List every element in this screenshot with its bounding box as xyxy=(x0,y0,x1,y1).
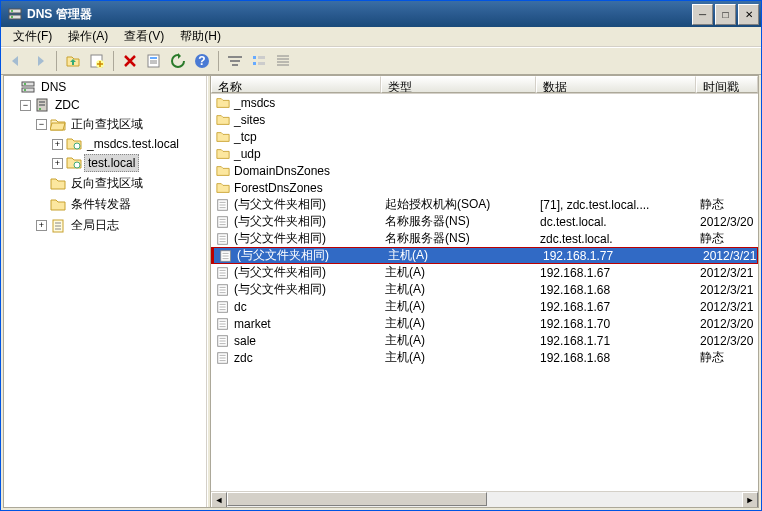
record-icon xyxy=(215,215,231,229)
tree-pane[interactable]: DNS − ZDC − 正向查找区域 + _msdcs.test.local +… xyxy=(4,76,207,507)
record-icon xyxy=(215,317,231,331)
tree-fwd-zones[interactable]: − 正向查找区域 xyxy=(4,114,206,135)
cell-type: 主机(A) xyxy=(385,315,425,332)
menubar: 文件(F) 操作(A) 查看(V) 帮助(H) xyxy=(1,27,761,47)
delete-button[interactable] xyxy=(119,50,141,72)
cell-type: 主机(A) xyxy=(385,349,425,366)
refresh-button[interactable] xyxy=(167,50,189,72)
scroll-right-icon[interactable]: ► xyxy=(742,492,758,507)
maximize-button[interactable]: □ xyxy=(715,4,736,25)
cell-timestamp: 静态 xyxy=(700,230,724,247)
tree-label-selected: test.local xyxy=(84,154,139,172)
cell-timestamp: 2012/3/20 xyxy=(700,334,753,348)
cell-name: _tcp xyxy=(234,130,257,144)
view-list-button[interactable] xyxy=(248,50,270,72)
main-area: DNS − ZDC − 正向查找区域 + _msdcs.test.local +… xyxy=(3,75,759,508)
list-row[interactable]: ForestDnsZones xyxy=(211,179,758,196)
forward-button[interactable] xyxy=(29,50,51,72)
zone-icon xyxy=(66,155,82,171)
cell-name: dc xyxy=(234,300,247,314)
tree-server[interactable]: − ZDC xyxy=(4,96,206,114)
cell-timestamp: 2012/3/20 xyxy=(700,317,753,331)
cell-name: ForestDnsZones xyxy=(234,181,323,195)
list-row[interactable]: sale主机(A)192.168.1.712012/3/20 xyxy=(211,332,758,349)
list-row[interactable]: DomainDnsZones xyxy=(211,162,758,179)
tree-rev-zones[interactable]: 反向查找区域 xyxy=(4,173,206,194)
menu-file[interactable]: 文件(F) xyxy=(5,26,60,47)
forward-icon xyxy=(32,53,48,69)
tree-zone-test[interactable]: + test.local xyxy=(4,153,206,173)
list-row[interactable]: _sites xyxy=(211,111,758,128)
menu-action[interactable]: 操作(A) xyxy=(60,26,116,47)
tree-global-log[interactable]: + 全局日志 xyxy=(4,215,206,236)
col-header-timestamp[interactable]: 时间戳 xyxy=(696,76,758,93)
list-row[interactable]: _tcp xyxy=(211,128,758,145)
menu-help[interactable]: 帮助(H) xyxy=(172,26,229,47)
up-button[interactable] xyxy=(62,50,84,72)
horizontal-scrollbar[interactable]: ◄ ► xyxy=(211,491,758,507)
add-record-button[interactable] xyxy=(86,50,108,72)
record-icon xyxy=(215,198,231,212)
minimize-button[interactable]: ─ xyxy=(692,4,713,25)
expander-icon[interactable]: + xyxy=(52,139,63,150)
col-header-type[interactable]: 类型 xyxy=(381,76,536,93)
record-icon xyxy=(215,266,231,280)
filter-button[interactable] xyxy=(224,50,246,72)
list-row[interactable]: (与父文件夹相同)主机(A)192.168.1.682012/3/21 xyxy=(211,281,758,298)
list-row[interactable]: zdc主机(A)192.168.1.68静态 xyxy=(211,349,758,366)
cell-name: (与父文件夹相同) xyxy=(234,281,326,298)
tree-root-dns[interactable]: DNS xyxy=(4,78,206,96)
list-row[interactable]: (与父文件夹相同)名称服务器(NS)dc.test.local.2012/3/2… xyxy=(211,213,758,230)
scroll-track[interactable] xyxy=(227,492,742,507)
cell-timestamp: 2012/3/21 xyxy=(700,300,753,314)
close-button[interactable]: ✕ xyxy=(738,4,759,25)
back-button[interactable] xyxy=(5,50,27,72)
list-pane: 名称 类型 数据 时间戳 _msdcs_sites_tcp_udpDomainD… xyxy=(211,76,758,507)
tree-cond-fwd[interactable]: 条件转发器 xyxy=(4,194,206,215)
delete-icon xyxy=(122,53,138,69)
folder-icon xyxy=(215,113,231,127)
titlebar[interactable]: DNS 管理器 ─ □ ✕ xyxy=(1,1,761,27)
folder-icon xyxy=(215,130,231,144)
zone-icon xyxy=(66,136,82,152)
server-icon xyxy=(34,97,50,113)
menu-view[interactable]: 查看(V) xyxy=(116,26,172,47)
record-icon xyxy=(215,334,231,348)
list-row[interactable]: _udp xyxy=(211,145,758,162)
list-row[interactable]: (与父文件夹相同)主机(A)192.168.1.772012/3/21 xyxy=(211,247,758,264)
col-header-data[interactable]: 数据 xyxy=(536,76,696,93)
expander-icon[interactable]: + xyxy=(52,158,63,169)
list-row[interactable]: (与父文件夹相同)主机(A)192.168.1.672012/3/21 xyxy=(211,264,758,281)
cell-timestamp: 2012/3/20 xyxy=(700,215,753,229)
list-row[interactable]: _msdcs xyxy=(211,94,758,111)
tree-zone-msdcs[interactable]: + _msdcs.test.local xyxy=(4,135,206,153)
up-folder-icon xyxy=(65,53,81,69)
expander-icon[interactable]: + xyxy=(36,220,47,231)
view-detail-button[interactable] xyxy=(272,50,294,72)
cell-name: (与父文件夹相同) xyxy=(237,247,329,264)
list-row[interactable]: (与父文件夹相同)名称服务器(NS)zdc.test.local.静态 xyxy=(211,230,758,247)
list-body[interactable]: _msdcs_sites_tcp_udpDomainDnsZonesForest… xyxy=(211,94,758,491)
properties-button[interactable] xyxy=(143,50,165,72)
scroll-left-icon[interactable]: ◄ xyxy=(211,492,227,507)
folder-icon xyxy=(215,181,231,195)
expander-icon[interactable]: − xyxy=(36,119,47,130)
list-row[interactable]: (与父文件夹相同)起始授权机构(SOA)[71], zdc.test.local… xyxy=(211,196,758,213)
cell-data: 192.168.1.71 xyxy=(540,334,610,348)
tree-label: ZDC xyxy=(52,97,83,113)
toolbar-sep xyxy=(218,51,219,71)
window-controls: ─ □ ✕ xyxy=(692,4,759,25)
dns-manager-window: DNS 管理器 ─ □ ✕ 文件(F) 操作(A) 查看(V) 帮助(H) xyxy=(0,0,762,511)
cell-timestamp: 2012/3/21 xyxy=(700,283,753,297)
list-row[interactable]: dc主机(A)192.168.1.672012/3/21 xyxy=(211,298,758,315)
list-row[interactable]: market主机(A)192.168.1.702012/3/20 xyxy=(211,315,758,332)
toolbar-sep xyxy=(56,51,57,71)
cell-data: 192.168.1.70 xyxy=(540,317,610,331)
scroll-thumb[interactable] xyxy=(227,492,487,506)
col-header-name[interactable]: 名称 xyxy=(211,76,381,93)
help-button[interactable] xyxy=(191,50,213,72)
cell-type: 主机(A) xyxy=(388,247,428,264)
cell-timestamp: 2012/3/21 xyxy=(700,266,753,280)
refresh-icon xyxy=(170,53,186,69)
expander-icon[interactable]: − xyxy=(20,100,31,111)
